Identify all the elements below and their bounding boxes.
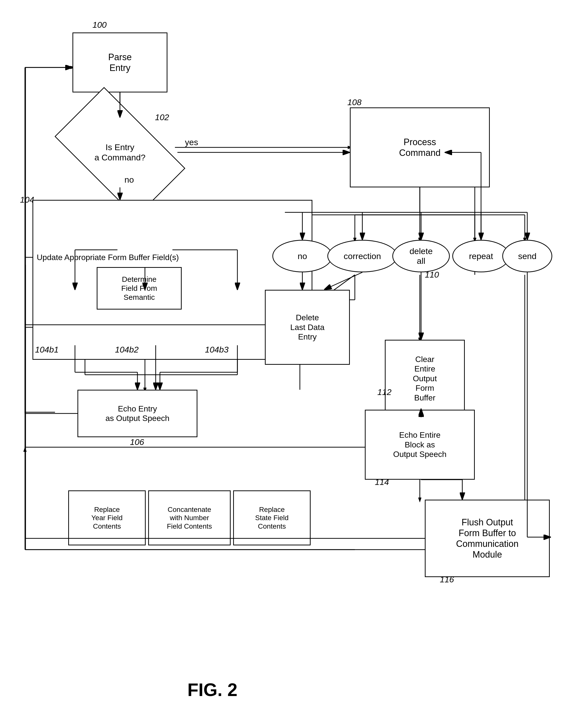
ref-110: 110 [425,270,439,280]
correction-oval: correction [327,240,397,272]
delete-all-oval: deleteall [392,240,450,272]
ref-100: 100 [92,20,107,30]
replace-state-box: ReplaceState FieldContents [233,490,311,545]
ref-116: 116 [440,575,454,584]
ref-108: 108 [347,97,362,107]
concatenate-box: Concantenatewith NumberField Contents [148,490,231,545]
flush-buffer-box: Flush OutputForm Buffer toCommunicationM… [425,500,550,577]
svg-marker-58 [23,447,26,452]
ref-104b2: 104b2 [115,345,139,355]
is-entry-command-diamond: Is Entrya Command? [62,117,178,188]
parse-entry-box: ParseEntry [72,32,168,92]
ref-106: 106 [130,437,144,447]
ref-104b1: 104b1 [35,345,59,355]
replace-year-box: ReplaceYear FieldContents [68,490,146,545]
send-oval: send [502,240,552,272]
no-oval: no [272,240,332,272]
determine-field-box: DetermineField FromSemantic [97,267,182,310]
yes-label: yes [185,137,198,147]
ref-104b3: 104b3 [205,345,229,355]
echo-entry-box: Echo Entryas Output Speech [77,390,198,437]
svg-marker-55 [418,498,421,502]
figure-label: FIG. 2 [188,680,237,700]
delete-last-box: DeleteLast DataEntry [265,290,350,365]
clear-buffer-box: ClearEntireOutputFormBuffer [385,340,465,417]
process-command-box: ProcessCommand [350,107,490,188]
ref-114: 114 [375,477,389,487]
echo-block-box: Echo EntireBlock asOutput Speech [365,410,475,480]
repeat-oval: repeat [452,240,510,272]
ref-104: 104 [20,195,34,205]
svg-line-92 [325,272,362,289]
no-label-diamond: no [124,175,134,185]
ref-112: 112 [377,387,391,397]
